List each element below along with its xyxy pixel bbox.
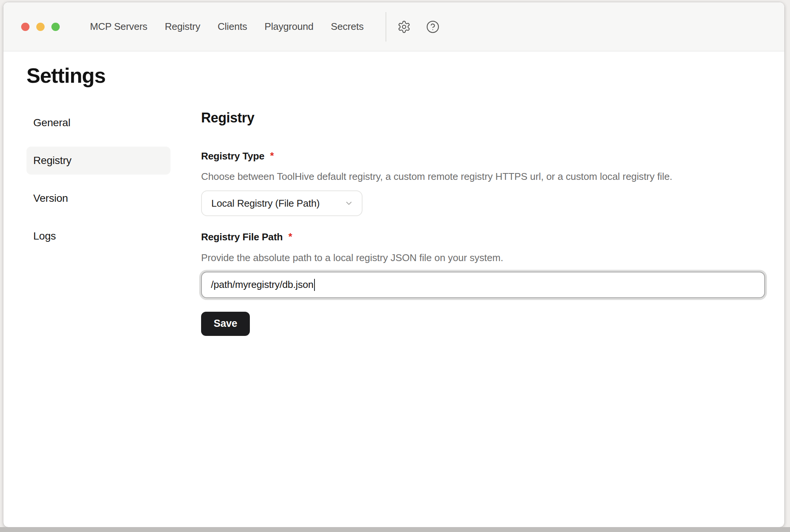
window-titlebar: MCP Servers Registry Clients Playground … <box>3 2 784 51</box>
traffic-lights <box>21 23 60 31</box>
nav-item-registry[interactable]: Registry <box>165 21 200 32</box>
registry-settings-panel: Registry Registry Type * Choose between … <box>201 109 784 336</box>
settings-gear-icon[interactable] <box>397 20 411 34</box>
sidebar-item-general[interactable]: General <box>26 109 170 137</box>
required-asterisk: * <box>288 231 292 243</box>
registry-type-selected-value: Local Registry (File Path) <box>211 198 320 209</box>
nav-item-playground[interactable]: Playground <box>265 21 314 32</box>
registry-type-description: Choose between ToolHive default registry… <box>201 171 784 182</box>
nav-item-secrets[interactable]: Secrets <box>331 21 364 32</box>
nav-item-clients[interactable]: Clients <box>218 21 247 32</box>
registry-file-path-value: /path/myregistry/db.json <box>211 279 313 291</box>
registry-file-path-input[interactable]: /path/myregistry/db.json <box>201 272 765 298</box>
section-heading: Registry <box>201 110 784 126</box>
save-button[interactable]: Save <box>201 312 250 336</box>
titlebar-divider <box>386 12 386 42</box>
close-window-button[interactable] <box>21 23 29 31</box>
registry-type-label: Registry Type <box>201 150 264 162</box>
chevron-down-icon <box>344 199 353 208</box>
app-window: MCP Servers Registry Clients Playground … <box>3 2 785 527</box>
registry-file-path-label: Registry File Path <box>201 231 283 243</box>
sidebar-item-logs[interactable]: Logs <box>26 222 170 250</box>
top-navigation: MCP Servers Registry Clients Playground … <box>90 21 364 32</box>
desktop-bottom-strip <box>0 527 790 532</box>
help-icon[interactable] <box>426 20 440 34</box>
required-asterisk: * <box>270 150 274 162</box>
registry-type-select[interactable]: Local Registry (File Path) <box>201 190 362 216</box>
text-cursor <box>314 279 315 291</box>
minimize-window-button[interactable] <box>36 23 45 31</box>
registry-file-path-description: Provide the absolute path to a local reg… <box>201 252 784 264</box>
settings-sidebar: General Registry Version Logs <box>26 109 170 260</box>
zoom-window-button[interactable] <box>51 23 60 31</box>
sidebar-item-version[interactable]: Version <box>26 184 170 212</box>
settings-page: Settings General Registry Version Logs R… <box>3 65 784 336</box>
page-title: Settings <box>26 65 784 87</box>
desktop-background: MCP Servers Registry Clients Playground … <box>0 0 790 532</box>
sidebar-item-registry[interactable]: Registry <box>26 147 170 175</box>
nav-item-mcp-servers[interactable]: MCP Servers <box>90 21 147 32</box>
